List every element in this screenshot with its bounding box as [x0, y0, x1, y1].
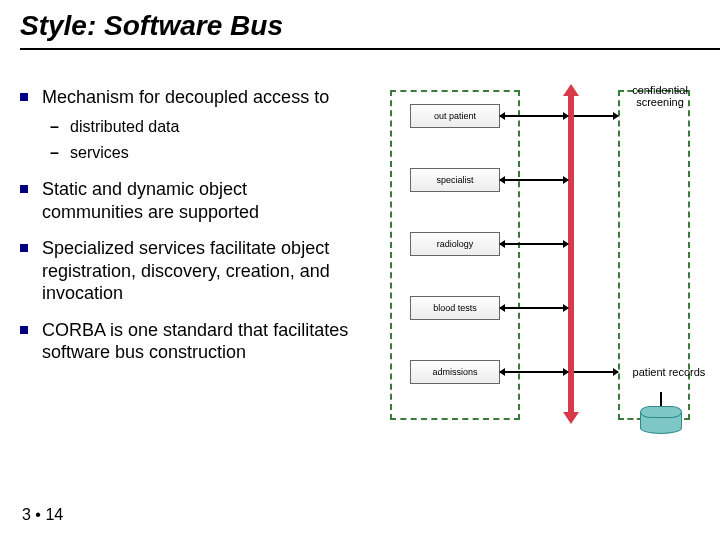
arrowhead-down-icon — [563, 412, 579, 424]
page-number: 3 • 14 — [22, 506, 63, 524]
bullet-item: Mechanism for decoupled access to distri… — [20, 86, 350, 164]
node-label: blood tests — [433, 303, 477, 313]
connector — [500, 179, 568, 181]
node-specialist: specialist — [410, 168, 500, 192]
body-row: Mechanism for decoupled access to distri… — [20, 86, 700, 466]
title-block: Style: Software Bus — [20, 10, 720, 50]
bullet-item: CORBA is one standard that facilitates s… — [20, 319, 350, 364]
connector — [500, 243, 568, 245]
connector-right — [574, 371, 618, 373]
db-connector-icon — [660, 392, 662, 406]
bullet-list: Mechanism for decoupled access to distri… — [20, 86, 350, 364]
slide-title: Style: Software Bus — [20, 10, 720, 46]
node-blood-tests: blood tests — [410, 296, 500, 320]
node-label: admissions — [432, 367, 477, 377]
connector — [500, 307, 568, 309]
bullet-text: Mechanism for decoupled access to — [42, 87, 329, 107]
bullet-item: Specialized services facilitate object r… — [20, 237, 350, 305]
sub-item: services — [42, 143, 350, 164]
node-label: specialist — [436, 175, 473, 185]
connector-right — [574, 115, 618, 117]
db-top — [640, 406, 682, 418]
diagram: out patient specialist radiology blood t… — [350, 86, 700, 466]
text-column: Mechanism for decoupled access to distri… — [20, 86, 350, 466]
node-label: radiology — [437, 239, 474, 249]
title-rule — [20, 48, 720, 50]
slide: Style: Software Bus Mechanism for decoup… — [0, 0, 720, 540]
label-confidential-screening: confidential screening — [620, 84, 700, 108]
bus-shaft — [568, 94, 574, 414]
label-patient-records: patient records — [624, 366, 714, 378]
node-out-patient: out patient — [410, 104, 500, 128]
database-icon — [640, 406, 682, 436]
sub-list: distributed data services — [42, 117, 350, 165]
connector — [500, 115, 568, 117]
sub-item: distributed data — [42, 117, 350, 138]
connector — [500, 371, 568, 373]
node-radiology: radiology — [410, 232, 500, 256]
node-label: out patient — [434, 111, 476, 121]
bullet-item: Static and dynamic object communities ar… — [20, 178, 350, 223]
node-admissions: admissions — [410, 360, 500, 384]
